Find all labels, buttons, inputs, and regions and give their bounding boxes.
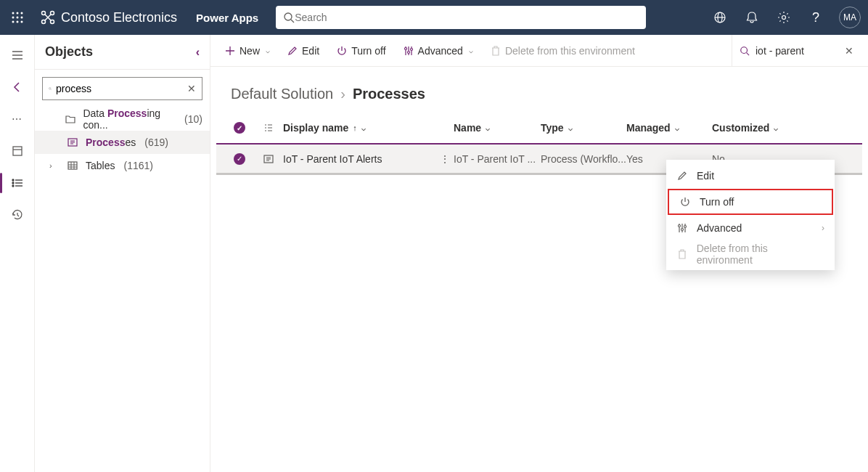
svg-point-3 [12,17,15,19]
app-header: Contoso Electronics Power Apps ? MA [0,0,868,35]
search-icon [49,84,52,94]
user-avatar[interactable]: MA [839,7,861,28]
select-all[interactable]: ✓ [225,122,254,134]
ctx-turnoff[interactable]: Turn off [668,189,833,215]
advanced-button[interactable]: Advanced ⌵ [396,39,480,62]
crumb-parent[interactable]: Default Solution [231,86,333,102]
svg-point-10 [51,12,54,15]
svg-point-25 [407,51,409,53]
sliders-icon [676,223,688,233]
view-mode-icon[interactable] [254,123,283,133]
chevron-down-icon: ⌵ [266,46,270,54]
rail-overview-icon[interactable] [0,137,35,166]
svg-point-29 [679,225,681,227]
edit-button[interactable]: Edit [280,39,327,62]
command-bar: New ⌵ Edit Turn off Advanced ⌵ Delete fr… [210,35,868,67]
global-search[interactable] [276,6,646,29]
turnoff-button[interactable]: Turn off [329,39,393,62]
delete-button: Delete from this environment [483,39,642,62]
svg-point-6 [12,21,15,23]
panel-search[interactable]: ✕ [42,77,202,100]
svg-point-26 [410,48,412,50]
ctx-advanced[interactable]: Advanced › [666,215,835,241]
row-more-icon[interactable]: ⋮ [435,153,454,165]
panel-header: Objects ‹ [35,35,210,70]
svg-rect-17 [13,147,22,155]
tree-item-processes[interactable]: Processes (619) [35,131,210,154]
panel-search-input[interactable] [56,83,183,94]
table-icon [67,161,78,170]
chevron-right-icon: › [340,86,345,102]
pencil-icon [676,171,688,181]
tree-item-data-processing[interactable]: Data Processing con... (10) [35,107,210,131]
chevron-down-icon: ⌵ [469,46,473,54]
svg-point-24 [404,47,406,49]
clear-icon[interactable]: ✕ [187,83,196,94]
plus-icon [225,46,235,56]
svg-point-16 [782,16,786,20]
panel-title: Objects [45,44,93,60]
trash-icon [676,249,688,259]
chevron-right-icon: › [822,223,824,233]
svg-point-7 [17,21,19,23]
folder-icon [65,115,75,123]
power-icon [679,197,691,207]
col-type[interactable]: Type⌵ [541,122,626,134]
tree-item-tables[interactable]: › Tables (1161) [35,154,210,177]
breadcrumb: Default Solution › Processes [210,67,868,113]
col-managed[interactable]: Managed⌵ [626,122,712,134]
col-name[interactable]: Name⌵ [454,122,541,134]
filter-box[interactable]: iot - parent ✕ [732,35,861,67]
col-customized[interactable]: Customized⌵ [712,122,853,134]
objects-panel: Objects ‹ ✕ Data Processing con... (10) … [35,35,210,472]
svg-point-0 [12,12,15,15]
svg-point-19 [12,182,14,184]
power-icon [337,46,347,56]
row-display-name: IoT - Parent IoT Alerts [283,153,435,165]
search-icon [283,12,295,23]
collapse-panel-icon[interactable]: ‹ [196,46,200,59]
clear-filter-icon[interactable]: ✕ [845,45,853,57]
svg-point-11 [42,20,46,24]
svg-point-9 [42,12,46,15]
context-menu: Edit Turn off Advanced › Delete from thi… [666,160,835,270]
chevron-right-icon[interactable]: › [49,161,60,170]
row-name: IoT - Parent IoT ... [454,153,541,165]
chevron-down-icon: ⌵ [774,124,778,132]
col-display-name[interactable]: Display name↑⌵ [283,122,454,134]
row-select[interactable]: ✓ [225,153,254,165]
notifications-icon[interactable] [736,0,768,35]
rail-objects-icon[interactable] [0,168,35,198]
rail-more-icon[interactable]: ⋯ [0,105,35,134]
svg-point-1 [17,12,19,15]
new-button[interactable]: New ⌵ [218,39,277,62]
svg-point-12 [51,20,54,24]
global-search-input[interactable] [295,12,639,23]
svg-point-8 [21,21,23,23]
svg-point-30 [681,229,684,231]
rail-history-icon[interactable] [0,200,35,229]
settings-icon[interactable] [768,0,800,35]
ctx-edit[interactable]: Edit [666,163,835,189]
svg-point-27 [741,46,748,53]
grid-header: ✓ Display name↑⌵ Name⌵ Type⌵ Managed⌵ Cu… [216,113,862,143]
object-tree: Data Processing con... (10) Processes (6… [35,106,210,179]
environment-icon[interactable] [704,0,736,35]
svg-point-4 [17,17,19,19]
chevron-down-icon: ⌵ [675,124,679,132]
sliders-icon [404,46,414,56]
rail-hamburger-icon[interactable] [0,41,35,70]
help-icon[interactable]: ? [800,0,832,35]
rail-back-icon[interactable] [0,73,35,102]
waffle-icon[interactable] [0,12,35,23]
svg-point-20 [12,185,14,187]
chevron-down-icon: ⌵ [568,124,573,132]
check-icon: ✓ [234,153,245,165]
chevron-down-icon: ⌵ [361,124,366,132]
left-rail: ⋯ [0,35,35,472]
ctx-delete: Delete from this environment [666,241,835,267]
sort-asc-icon: ↑ [353,123,357,132]
filter-value: iot - parent [756,45,839,57]
svg-point-18 [12,179,14,181]
crumb-current: Processes [353,86,425,102]
